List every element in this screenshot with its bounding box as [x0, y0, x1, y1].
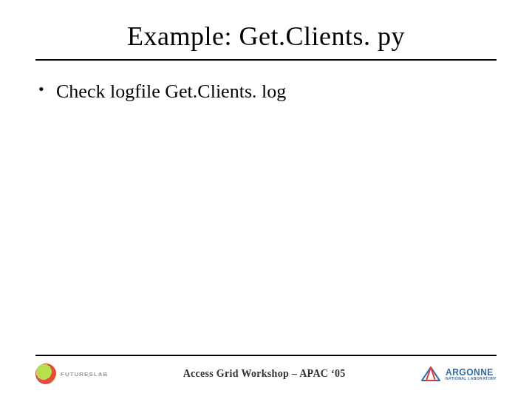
list-item: Check logfile Get.Clients. log: [35, 78, 497, 104]
title-divider: [35, 59, 497, 61]
argonne-main: ARGONNE: [446, 368, 497, 377]
argonne-mark-icon: [420, 366, 441, 382]
futureslab-mark-icon: [35, 364, 56, 384]
page-title: Example: Get.Clients. py: [35, 21, 497, 52]
footer-row: FUTURESLAB Access Grid Workshop – APAC ‘…: [35, 364, 497, 384]
argonne-text: ARGONNE NATIONAL LABORATORY: [446, 368, 497, 381]
bullet-list: Check logfile Get.Clients. log: [35, 78, 497, 104]
footer-text: Access Grid Workshop – APAC ‘05: [117, 368, 412, 380]
argonne-sub: NATIONAL LABORATORY: [446, 377, 497, 381]
futureslab-text: FUTURESLAB: [61, 371, 108, 378]
futureslab-logo: FUTURESLAB: [35, 364, 108, 384]
slide: Example: Get.Clients. py Check logfile G…: [0, 0, 532, 399]
footer: FUTURESLAB Access Grid Workshop – APAC ‘…: [35, 355, 497, 384]
footer-divider: [35, 355, 497, 356]
argonne-logo: ARGONNE NATIONAL LABORATORY: [420, 366, 497, 382]
